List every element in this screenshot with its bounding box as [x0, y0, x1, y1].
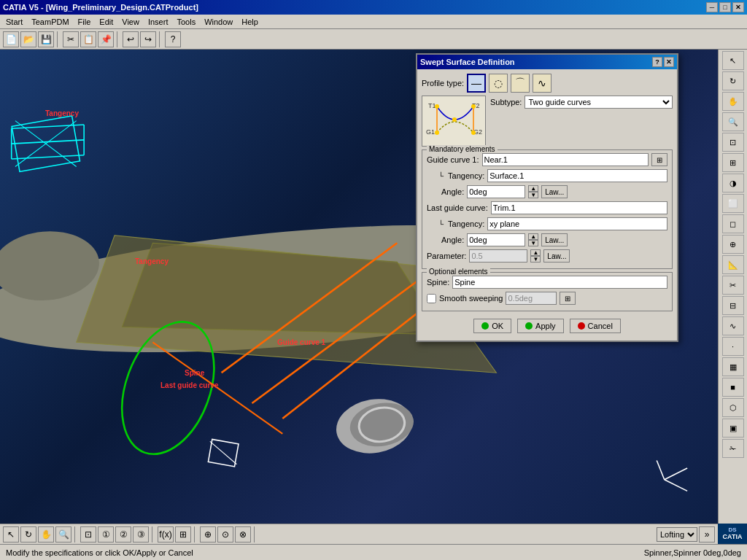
profile-icon-4[interactable]: ∿: [533, 74, 551, 93]
menu-help[interactable]: Help: [237, 17, 263, 27]
rt-hide[interactable]: ◻: [722, 214, 744, 233]
open-button[interactable]: 📂: [20, 31, 36, 47]
profile-icon-2[interactable]: ◌: [489, 74, 508, 93]
rt-meas[interactable]: 📐: [722, 255, 744, 274]
bt-select[interactable]: ↖: [3, 526, 19, 542]
smooth-checkbox[interactable]: [427, 294, 436, 303]
profile-icon-3[interactable]: ⌒: [511, 74, 530, 93]
undo-button[interactable]: ↩: [123, 31, 139, 47]
menu-edit[interactable]: Edit: [95, 17, 117, 27]
apply-icon: [525, 322, 533, 330]
copy-button[interactable]: 📋: [80, 31, 96, 47]
redo-button[interactable]: ↪: [140, 31, 156, 47]
guide1-input[interactable]: [482, 153, 649, 166]
tangency1-row: └ Tangency:: [438, 169, 667, 182]
tangency2-input[interactable]: [487, 217, 667, 230]
bt-view2[interactable]: ②: [115, 526, 131, 542]
ok-button[interactable]: OK: [473, 319, 511, 333]
bt-formula[interactable]: f(x): [158, 526, 174, 542]
law3-btn[interactable]: Law...: [543, 249, 570, 262]
save-button[interactable]: 💾: [38, 31, 54, 47]
bt-snap3[interactable]: ⊗: [235, 526, 251, 542]
rt-rotate[interactable]: ↻: [722, 71, 744, 90]
rt-snap[interactable]: ⊕: [722, 235, 744, 254]
bt-more[interactable]: »: [699, 526, 715, 542]
menu-file[interactable]: File: [74, 17, 96, 27]
menu-view[interactable]: View: [117, 17, 144, 27]
rt-blend[interactable]: ⬡: [722, 398, 744, 417]
dialog-titlebar[interactable]: Swept Surface Definition ? ✕: [417, 55, 677, 69]
status-left: Modify the specifications or click OK/Ap…: [6, 548, 193, 557]
bt-zoom[interactable]: 🔍: [55, 526, 71, 542]
rt-select[interactable]: ↖: [722, 51, 744, 70]
angle1-up[interactable]: ▲: [528, 185, 538, 192]
law1-btn[interactable]: Law...: [541, 185, 568, 198]
guide1-select-btn[interactable]: ⊞: [651, 153, 667, 166]
minimize-button[interactable]: ─: [706, 2, 718, 12]
angle1-down[interactable]: ▼: [528, 192, 538, 198]
angle2-input[interactable]: [467, 233, 525, 246]
apply-button[interactable]: Apply: [517, 319, 564, 333]
rt-curve[interactable]: ∿: [722, 316, 744, 335]
menu-insert[interactable]: Insert: [144, 17, 173, 27]
rt-zoom[interactable]: 🔍: [722, 112, 744, 131]
cut-button[interactable]: ✂: [63, 31, 79, 47]
rt-trim[interactable]: ✁: [722, 439, 744, 458]
smooth-btn[interactable]: ⊞: [560, 292, 576, 305]
param-down[interactable]: ▼: [530, 256, 541, 262]
bt-view3[interactable]: ③: [133, 526, 149, 542]
rt-fill[interactable]: ▣: [722, 419, 744, 438]
lofting-select[interactable]: Lofting: [657, 527, 697, 542]
menu-start[interactable]: Start: [1, 17, 27, 27]
bt-view1[interactable]: ①: [98, 526, 114, 542]
menu-window[interactable]: Window: [200, 17, 237, 27]
dialog-close-btn[interactable]: ✕: [664, 57, 674, 67]
parameter-input: [469, 249, 527, 262]
subtype-select[interactable]: Two guide curves: [525, 96, 673, 109]
rt-fit[interactable]: ⊡: [722, 133, 744, 152]
dialog-help-btn[interactable]: ?: [652, 57, 662, 67]
maximize-button[interactable]: □: [719, 2, 731, 12]
param-up[interactable]: ▲: [530, 249, 541, 256]
last-guide-input[interactable]: [491, 201, 667, 214]
tangency2-row: └ Tangency:: [438, 217, 667, 230]
profile-type-label: Profile type:: [422, 79, 464, 88]
bt-pan[interactable]: ✋: [38, 526, 54, 542]
paste-button[interactable]: 📌: [98, 31, 114, 47]
rt-cut[interactable]: ✂: [722, 276, 744, 295]
parameter-row: Parameter: ▲ ▼ Law...: [427, 249, 667, 262]
rt-surf[interactable]: ▦: [722, 357, 744, 376]
help-button[interactable]: ?: [165, 31, 181, 47]
bt-sep3: [194, 526, 197, 542]
rt-normal[interactable]: ⊞: [722, 153, 744, 172]
bt-grid[interactable]: ⊞: [175, 526, 191, 542]
profile-icon-1[interactable]: —: [467, 74, 486, 93]
close-button[interactable]: ✕: [732, 2, 744, 12]
smooth-row: Smooth sweeping ⊞: [427, 292, 667, 305]
bt-rotate[interactable]: ↻: [20, 526, 36, 542]
spine-input[interactable]: [452, 276, 667, 289]
new-button[interactable]: 📄: [3, 31, 19, 47]
angle2-down[interactable]: ▼: [528, 240, 538, 246]
bt-fit[interactable]: ⊡: [80, 526, 96, 542]
tangency1-input[interactable]: [487, 169, 667, 182]
menu-teampdm[interactable]: TeamPDM: [27, 17, 73, 27]
rt-section[interactable]: ⊟: [722, 296, 744, 315]
spine-label: Spine:: [427, 278, 449, 287]
rt-pan[interactable]: ✋: [722, 92, 744, 111]
status-right: Spinner,Spinner 0deg,0deg: [644, 548, 741, 557]
menu-tools[interactable]: Tools: [172, 17, 200, 27]
rt-wire[interactable]: ⬜: [722, 194, 744, 213]
guide-curve1-row: Guide curve 1: ⊞: [427, 153, 667, 166]
svg-line-16: [12, 140, 84, 144]
angle2-up[interactable]: ▲: [528, 233, 538, 240]
rt-shading[interactable]: ◑: [722, 174, 744, 192]
law2-btn[interactable]: Law...: [541, 233, 568, 246]
angle1-input[interactable]: [467, 185, 525, 198]
rt-solid[interactable]: ■: [722, 378, 744, 397]
cancel-button[interactable]: Cancel: [570, 319, 621, 333]
bt-snap1[interactable]: ⊕: [200, 526, 216, 542]
bt-snap2[interactable]: ⊙: [217, 526, 233, 542]
spine-row: Spine:: [427, 276, 667, 289]
rt-point[interactable]: ·: [722, 337, 744, 356]
